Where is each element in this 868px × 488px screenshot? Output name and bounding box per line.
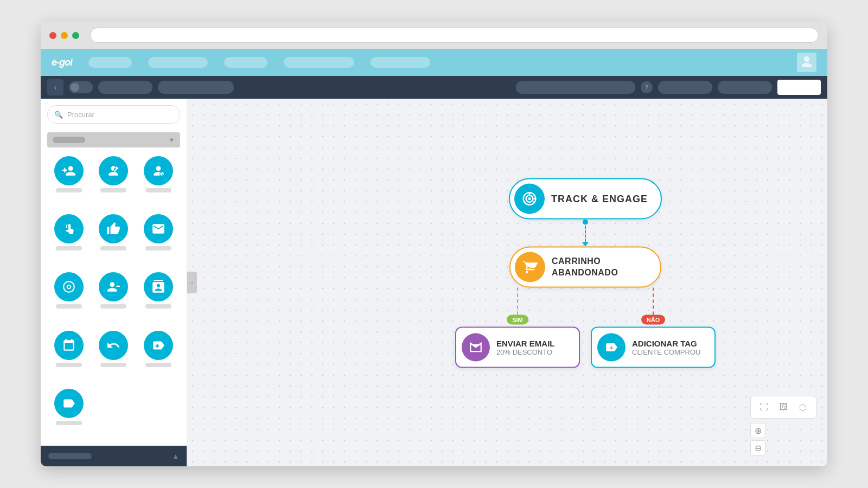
- address-bar[interactable]: [90, 28, 819, 43]
- target-label: [56, 304, 82, 309]
- calendar-label: [56, 363, 82, 367]
- fit-view-button[interactable]: ⛶: [756, 400, 771, 415]
- add-contact-circle[interactable]: [144, 272, 173, 301]
- add-user-circle[interactable]: [54, 156, 84, 185]
- sidebar-item-remove-user[interactable]: [94, 272, 133, 325]
- email-text: ENVIAR EMAIL 20% DESCONTO: [496, 339, 555, 356]
- nav-item-5[interactable]: [371, 57, 430, 68]
- touch-label: [56, 246, 82, 251]
- add-tag-label: [145, 363, 171, 367]
- help-button[interactable]: ?: [641, 81, 653, 93]
- back-button[interactable]: ‹: [47, 79, 63, 95]
- tag-node-icon: [597, 333, 626, 362]
- footer-text: [48, 453, 92, 459]
- nav-item-4[interactable]: [284, 57, 354, 68]
- node-track-engage[interactable]: TRACK & ENGAGE: [509, 178, 662, 220]
- sidebar-item-add-user[interactable]: [49, 156, 88, 209]
- toolbar-pill-3: [516, 81, 635, 94]
- maximize-dot[interactable]: [72, 32, 79, 39]
- connector-line-1: [585, 226, 586, 242]
- toolbar-action-button[interactable]: [777, 80, 821, 95]
- browser-chrome: [41, 22, 827, 49]
- search-placeholder: Procurar: [67, 111, 94, 119]
- remove-user-circle[interactable]: [99, 272, 128, 301]
- footer-arrow-icon[interactable]: ▲: [172, 452, 179, 460]
- search-icon: 🔍: [54, 111, 63, 119]
- toolbar-pill-5: [718, 81, 772, 94]
- undo-label: [100, 363, 126, 367]
- cart-text: CARRINHO ABANDONADO: [552, 256, 618, 279]
- nav-item-2[interactable]: [148, 57, 208, 68]
- add-tag-circle[interactable]: [144, 331, 173, 360]
- toolbar-pill-1: [98, 81, 152, 94]
- track-engage-title: TRACK & ENGAGE: [551, 193, 648, 204]
- image-button[interactable]: 🖼: [776, 400, 791, 415]
- tag-circle[interactable]: [54, 389, 84, 418]
- category-arrow-icon: ▼: [169, 137, 175, 143]
- sidebar-category[interactable]: ▼: [47, 132, 180, 147]
- sidebar-item-tag[interactable]: [49, 389, 88, 441]
- remove-user-label: [100, 304, 126, 309]
- sidebar-item-target[interactable]: [49, 272, 88, 325]
- target-circle[interactable]: [54, 272, 84, 301]
- tree-button[interactable]: ⬡: [795, 400, 810, 415]
- connector-1: [582, 220, 589, 247]
- zoom-in-button[interactable]: ⊕: [750, 423, 765, 438]
- undo-circle[interactable]: [99, 331, 128, 360]
- zoom-out-button[interactable]: ⊖: [750, 440, 765, 455]
- toolbar-pill-4: [658, 81, 712, 94]
- sidebar-item-calendar[interactable]: [49, 331, 88, 383]
- sidebar-item-touch[interactable]: [49, 214, 88, 267]
- sidebar-item-email[interactable]: [139, 214, 178, 267]
- node-email[interactable]: ENVIAR EMAIL 20% DESCONTO: [455, 327, 580, 368]
- edit-user-circle[interactable]: [99, 156, 128, 185]
- category-label: [53, 137, 85, 143]
- money-user-circle[interactable]: [144, 156, 173, 185]
- main-content: 🔍 Procurar ▼: [41, 99, 827, 466]
- badge-sim: SIM: [507, 315, 528, 325]
- sidebar-item-undo[interactable]: [94, 331, 133, 383]
- user-avatar[interactable]: [797, 53, 816, 72]
- sidebar-item-add-contact[interactable]: [139, 272, 178, 325]
- nav-item-1[interactable]: [88, 57, 132, 68]
- sidebar: 🔍 Procurar ▼: [41, 99, 187, 466]
- minimize-dot[interactable]: [61, 32, 68, 39]
- canvas-area[interactable]: ‹ T: [187, 99, 827, 466]
- toolbar-pill-2: [158, 81, 234, 94]
- money-user-label: [145, 188, 171, 192]
- cart-icon: [515, 252, 545, 282]
- svg-point-0: [528, 197, 531, 200]
- egoi-logo: e-goi: [52, 57, 72, 68]
- connector-dot-1: [583, 220, 588, 225]
- flow-diagram: TRACK & ENGAGE: [455, 178, 716, 368]
- zoom-controls: ⊕ ⊖: [750, 423, 816, 455]
- node-cart-abandonado[interactable]: CARRINHO ABANDONADO: [509, 247, 661, 288]
- node-tag[interactable]: ADICIONAR TAG CLIENTE COMPROU: [591, 327, 716, 368]
- connector-arrow-1: [582, 242, 589, 247]
- email-label: [145, 246, 171, 251]
- toggle-switch[interactable]: [69, 81, 93, 93]
- email-circle[interactable]: [144, 214, 173, 243]
- collapse-sidebar-button[interactable]: ‹: [187, 272, 197, 293]
- close-dot[interactable]: [49, 32, 56, 39]
- tag-label: [56, 421, 82, 425]
- sidebar-item-money-user[interactable]: [139, 156, 178, 209]
- sidebar-item-thumbsup[interactable]: [94, 214, 133, 267]
- sidebar-item-edit-user[interactable]: [94, 156, 133, 209]
- nav-item-3[interactable]: [224, 57, 267, 68]
- sidebar-item-add-tag[interactable]: [139, 331, 178, 383]
- secondary-toolbar: ‹ ?: [41, 76, 827, 99]
- thumbsup-circle[interactable]: [99, 214, 128, 243]
- sidebar-items-grid: [41, 152, 187, 446]
- canvas-view-controls: ⛶ 🖼 ⬡: [750, 396, 816, 419]
- search-bar[interactable]: 🔍 Procurar: [47, 105, 180, 124]
- touch-circle[interactable]: [54, 214, 84, 243]
- thumbsup-label: [100, 246, 126, 251]
- edit-user-label: [100, 188, 126, 192]
- calendar-circle[interactable]: [54, 331, 84, 360]
- email-node-icon: [462, 333, 490, 362]
- tag-text: ADICIONAR TAG CLIENTE COMPROU: [632, 339, 700, 356]
- top-nav: e-goi: [41, 49, 827, 76]
- add-user-label: [56, 188, 82, 192]
- sidebar-footer: ▲: [41, 446, 187, 466]
